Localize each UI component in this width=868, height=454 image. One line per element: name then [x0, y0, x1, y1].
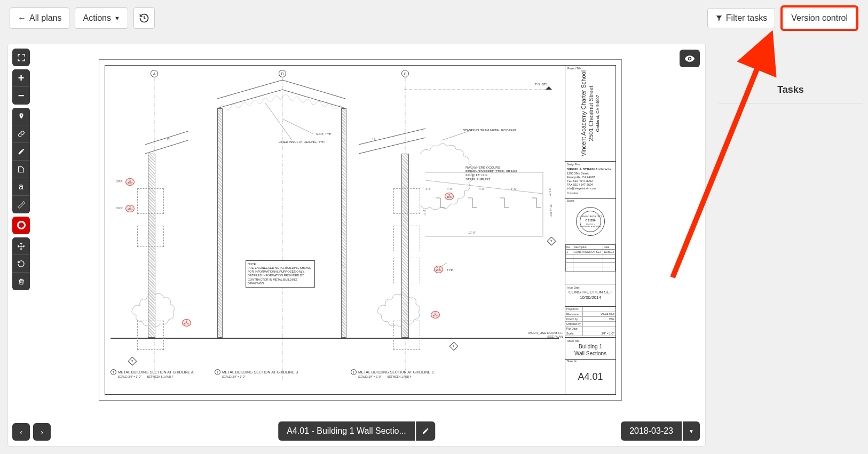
link-tool[interactable] — [12, 125, 30, 143]
note-line: DETAILED INFORMATION PROVIDED BY — [248, 274, 313, 277]
date-dropdown-button[interactable]: ▼ — [683, 421, 700, 441]
edit-title-button[interactable] — [416, 421, 435, 441]
annot-line: PRE-ENGINEERED STEEL FRAME — [465, 170, 540, 173]
detail-ref — [137, 226, 164, 247]
dim: 21'-4 3/4" — [549, 204, 553, 217]
dim: 1'-4" — [423, 210, 426, 216]
arrow-left-icon: ← — [18, 13, 26, 23]
caret-down-icon: ▼ — [114, 15, 120, 21]
sheet-title-2: Wall Sections — [567, 350, 613, 357]
stamp-date: 09-01-15 — [579, 223, 602, 226]
history-icon — [139, 13, 149, 23]
main-area: + − a ‹ › — [0, 36, 868, 454]
firm-name: SIEGEL & STRAIN Architects — [567, 168, 614, 172]
issue-set: CONSTRUCTION SET — [567, 290, 613, 295]
architect-stamp: LICENSED ARCHITECT C 21296 09-01-15 STAT… — [576, 207, 605, 236]
stamp-num: C 21296 — [579, 219, 602, 222]
consultant-label: Consultant: — [567, 192, 614, 195]
rev-hdr-desc: Description — [573, 245, 603, 250]
record-button[interactable] — [12, 217, 30, 234]
text-tool[interactable]: a — [12, 178, 30, 196]
plus-icon: + — [18, 72, 25, 84]
eye-icon — [684, 53, 695, 64]
cm-s: A5.05 — [436, 270, 441, 272]
delete-tool[interactable] — [12, 273, 30, 290]
all-plans-button[interactable]: ← All plans — [10, 7, 69, 29]
link-icon — [18, 130, 25, 138]
actions-label: Actions — [83, 13, 111, 23]
ruler-icon — [17, 201, 26, 209]
record-icon — [17, 221, 26, 229]
rev-hdr-no: No. — [566, 245, 573, 250]
note-line: PRE-ENGINEERED METAL BUILDING SHOWN — [248, 266, 313, 270]
meta-l: Checked by: — [565, 321, 583, 326]
section-2-title: 2METAL BUILDING SECTION AT GRIDLINE B SC… — [215, 369, 298, 378]
shape-tool[interactable] — [12, 161, 30, 178]
minus-icon: − — [18, 90, 25, 102]
issue-date: 10/30/2014 — [567, 295, 613, 300]
right-panel: Tasks — [713, 36, 868, 454]
sheet-title-1: Building 1 — [567, 343, 613, 350]
title-block: Project Title: Vincent Academy Charter S… — [565, 66, 616, 394]
km-n: 2 — [453, 345, 454, 348]
visibility-button[interactable] — [680, 50, 700, 67]
sheet-no-label: Sheet No. — [567, 360, 578, 363]
pencil-tool[interactable] — [12, 143, 30, 161]
ground-line — [111, 338, 559, 339]
cut-marker: 2A5.03 — [125, 205, 135, 212]
version-control-button[interactable]: Version control — [784, 9, 855, 28]
actions-dropdown[interactable]: Actions ▼ — [75, 7, 128, 29]
cut-marker: 11A5.05 — [434, 266, 443, 273]
detail-ref — [393, 258, 420, 283]
st-between: BETWEEN 1 AND 4 — [388, 375, 412, 378]
km-n: 2 — [550, 240, 552, 243]
firm-label: Design Firm: — [567, 163, 614, 166]
stamp-state: STATE OF CALIFORNIA — [579, 226, 602, 228]
cut-marker: 9A5.05 — [431, 311, 440, 318]
next-page-button[interactable]: › — [33, 423, 51, 441]
annot-line: 4x4 @ 16" O.C. — [465, 173, 540, 177]
annot: MULTI_USE ROOM F.F. SEE PLAN — [528, 331, 563, 339]
plan-viewer[interactable]: + − a ‹ › — [7, 44, 706, 447]
km-n: 2 — [131, 360, 133, 363]
dim: 1'-6" — [425, 187, 431, 190]
zoom-out-button[interactable]: − — [12, 87, 30, 105]
move-tool[interactable] — [12, 237, 30, 255]
st-between: BETWEEN 5.1 AND 7 — [147, 375, 173, 378]
zoom-in-button[interactable]: + — [12, 69, 30, 87]
text-icon: a — [19, 182, 23, 192]
undo-tool[interactable] — [12, 255, 30, 273]
dim: 12 — [167, 138, 170, 141]
pin-tool[interactable] — [12, 108, 30, 125]
fullscreen-button[interactable] — [12, 49, 30, 66]
history-button[interactable] — [133, 7, 155, 29]
filter-tasks-button[interactable]: Filter tasks — [707, 8, 775, 28]
project-title-label: Project Title: — [567, 67, 582, 70]
filter-tasks-label: Filter tasks — [726, 13, 767, 23]
meta-l: Project ID: — [565, 307, 583, 312]
annot: STANDING SEAM METAL ROOFING — [463, 129, 516, 132]
firm-fax: FAX 510 / 547-2604 — [567, 183, 614, 187]
rev-hdr-date: Date — [603, 245, 615, 250]
top-toolbar: ← All plans Actions ▼ Filter tasks Versi… — [0, 0, 868, 36]
ruler-tool[interactable] — [12, 196, 30, 213]
cm-s: A5.05 — [184, 323, 189, 325]
move-icon — [17, 242, 25, 250]
drawing-svg — [105, 66, 565, 394]
sheet-number: A4.01 — [578, 371, 603, 383]
dim: 1'-6" — [511, 187, 517, 190]
st-scale: SCALE: 3/4" = 1'-0" — [222, 375, 298, 378]
pencil-icon — [18, 148, 25, 155]
project-name-1: Vincent Academy Charter School — [580, 70, 588, 156]
meta-l: Plot Date: — [565, 326, 583, 331]
prev-page-button[interactable]: ‹ — [12, 423, 30, 441]
sheet-title-text: A4.01 - Building 1 Wall Sectio... — [278, 421, 415, 441]
date-pill: 2018-03-23 ▼ — [621, 421, 700, 441]
meta-l: Scale: — [565, 331, 583, 336]
detail-ref — [393, 226, 420, 251]
detail-ref — [393, 188, 420, 214]
cut-marker: 3A5.05 — [445, 193, 454, 200]
shape-icon — [17, 165, 25, 173]
filter-icon — [715, 14, 723, 22]
firm-addr2: Emeryville, CA 94608 — [567, 176, 614, 179]
